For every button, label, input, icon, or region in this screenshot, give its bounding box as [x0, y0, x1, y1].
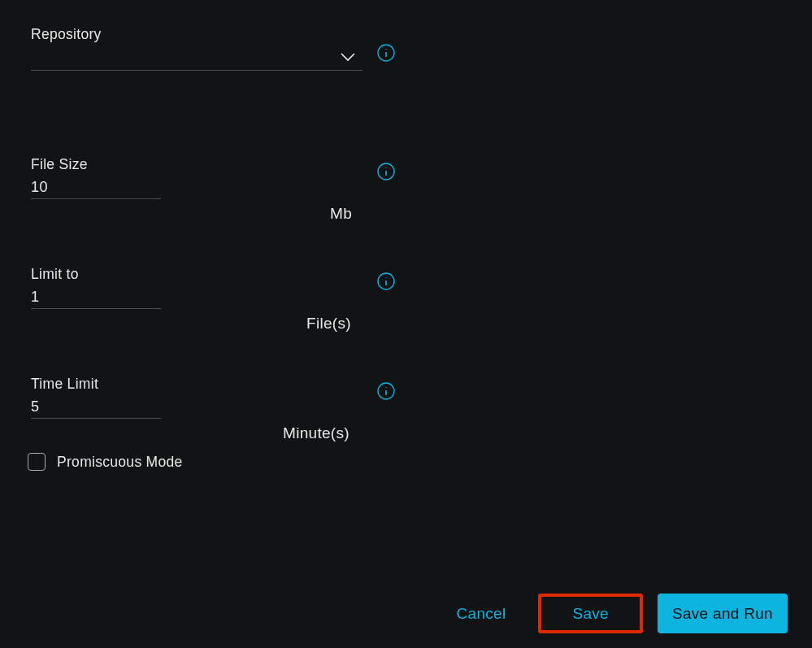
limit-to-label: Limit to [31, 266, 781, 283]
promiscuous-mode-checkbox[interactable] [28, 453, 46, 471]
file-size-field-group: File Size Mb [31, 156, 781, 199]
repository-select[interactable] [31, 46, 363, 71]
save-and-run-button[interactable]: Save and Run [658, 594, 788, 633]
configuration-form: Repository File Size [0, 0, 812, 497]
file-size-unit: Mb [330, 205, 352, 223]
limit-to-field-group: Limit to File(s) [31, 266, 781, 309]
repository-label: Repository [31, 26, 781, 43]
cancel-button[interactable]: Cancel [439, 594, 524, 633]
save-button[interactable]: Save [538, 594, 643, 633]
info-icon[interactable] [377, 272, 395, 290]
promiscuous-mode-label: Promiscuous Mode [57, 454, 183, 471]
footer-button-bar: Cancel Save Save and Run [439, 594, 788, 633]
repository-field-group: Repository [31, 26, 781, 71]
file-size-label: File Size [31, 156, 781, 173]
info-icon[interactable] [377, 163, 395, 180]
file-size-input[interactable] [31, 176, 161, 199]
time-limit-label: Time Limit [31, 376, 781, 393]
time-limit-input[interactable] [31, 396, 161, 419]
limit-to-unit: File(s) [306, 315, 351, 333]
limit-to-input[interactable] [31, 286, 161, 309]
time-limit-field-group: Time Limit Minute(s) [31, 376, 781, 419]
repository-select-wrapper [31, 46, 363, 71]
time-limit-unit: Minute(s) [283, 424, 350, 442]
info-icon[interactable] [377, 44, 395, 62]
promiscuous-mode-row: Promiscuous Mode [28, 453, 781, 471]
info-icon[interactable] [377, 382, 395, 400]
